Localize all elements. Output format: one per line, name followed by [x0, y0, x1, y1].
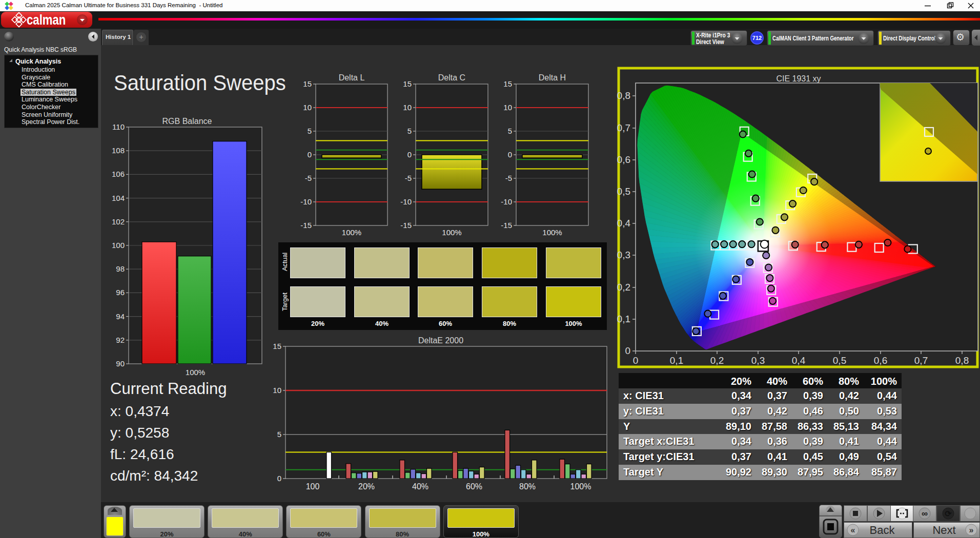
svg-text:CIE 1931 xy: CIE 1931 xy: [776, 74, 821, 83]
svg-text:Next: Next: [932, 524, 955, 536]
svg-text:0,3: 0,3: [617, 250, 630, 260]
svg-text:0,5: 0,5: [833, 355, 846, 366]
svg-text:0,4: 0,4: [792, 355, 806, 366]
svg-text:0,7: 0,7: [617, 122, 630, 133]
svg-text:⟳: ⟳: [945, 509, 952, 518]
svg-text:»: »: [969, 526, 974, 534]
svg-text:0,2: 0,2: [617, 282, 630, 293]
svg-text:0,6: 0,6: [874, 355, 887, 366]
svg-text:∞: ∞: [922, 509, 928, 519]
svg-text:0,4: 0,4: [617, 218, 631, 229]
svg-text:0: 0: [633, 355, 639, 366]
svg-text:0,1: 0,1: [670, 355, 683, 366]
svg-text:0,1: 0,1: [617, 314, 630, 324]
svg-text:0,8: 0,8: [955, 355, 969, 366]
svg-text:0,3: 0,3: [751, 355, 765, 366]
svg-text:0,2: 0,2: [710, 355, 724, 366]
svg-text:0,6: 0,6: [617, 154, 630, 165]
svg-text:0,8: 0,8: [617, 90, 630, 101]
svg-text:Back: Back: [870, 524, 895, 536]
svg-text:0,7: 0,7: [914, 355, 928, 366]
svg-text:0: 0: [625, 345, 630, 356]
svg-text:0,5: 0,5: [617, 186, 630, 197]
svg-text:«: «: [851, 526, 855, 534]
